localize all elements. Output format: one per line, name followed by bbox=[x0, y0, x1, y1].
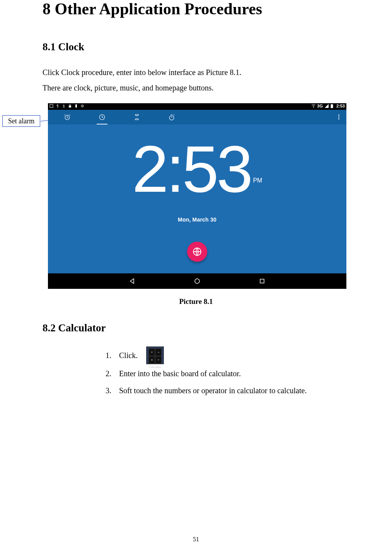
list-item: 2. Enter into the basic board of calcula… bbox=[104, 366, 349, 381]
calc-symbol: − bbox=[155, 348, 162, 356]
clock-date: Mon, March 30 bbox=[48, 217, 346, 223]
nav-bar bbox=[48, 273, 346, 289]
download-icon bbox=[62, 104, 66, 108]
tab-stopwatch[interactable] bbox=[168, 113, 176, 121]
chapter-title: 8 Other Application Procedures bbox=[43, 0, 349, 18]
clock-body-text: Click Clock procedure, enter into below … bbox=[43, 65, 349, 96]
calc-symbol: + bbox=[148, 348, 155, 356]
nav-home-icon[interactable] bbox=[194, 278, 201, 285]
status-bar: 3G 2:53 bbox=[48, 103, 346, 110]
svg-point-14 bbox=[195, 279, 199, 283]
usb-icon bbox=[56, 104, 60, 108]
clock-time-display: 2:53PM bbox=[48, 136, 346, 202]
section-heading-calculator: 8.2 Calculator bbox=[43, 322, 349, 334]
clock-tabs bbox=[48, 110, 346, 125]
svg-marker-6 bbox=[325, 104, 329, 108]
lock-icon bbox=[68, 104, 72, 108]
section-heading-clock: 8.1 Clock bbox=[43, 41, 349, 53]
list-text: Click. bbox=[119, 348, 138, 363]
nav-back-icon[interactable] bbox=[129, 278, 136, 285]
calculator-steps-list: 1. Click. + − × ÷ Calculator 2. Enter in… bbox=[104, 346, 349, 398]
svg-point-4 bbox=[82, 106, 83, 106]
svg-rect-7 bbox=[331, 104, 332, 104]
page-number: 51 bbox=[0, 536, 392, 543]
clock-ampm: PM bbox=[253, 177, 262, 184]
list-number: 3. bbox=[104, 383, 111, 398]
status-time: 2:53 bbox=[336, 104, 345, 108]
calc-symbol: × bbox=[148, 356, 155, 364]
calc-symbol: ÷ bbox=[155, 356, 162, 364]
svg-point-5 bbox=[313, 107, 314, 108]
list-text: Soft touch the numbers or operator in ca… bbox=[119, 383, 307, 398]
list-text: Enter into the basic board of calculator… bbox=[119, 366, 241, 381]
document-page: 8 Other Application Procedures 8.1 Clock… bbox=[0, 0, 392, 556]
nav-recent-icon[interactable] bbox=[259, 278, 266, 285]
battery-status-icon bbox=[74, 104, 78, 108]
wifi-icon bbox=[311, 104, 315, 108]
signal-icon bbox=[325, 104, 329, 108]
svg-marker-13 bbox=[130, 279, 134, 283]
status-right-icons: 3G 2:53 bbox=[311, 104, 345, 108]
tab-alarm[interactable] bbox=[63, 113, 71, 121]
svg-point-11 bbox=[169, 116, 174, 120]
clock-digits: 2:53 bbox=[132, 136, 251, 202]
paragraph: There are clock, picture, music, and hom… bbox=[43, 80, 349, 96]
paragraph: Click Clock procedure, enter into below … bbox=[43, 65, 349, 80]
svg-rect-0 bbox=[50, 104, 53, 107]
screenshot-figure: 3G 2:53 bbox=[48, 103, 346, 289]
list-number: 2. bbox=[104, 366, 111, 381]
world-clock-fab[interactable] bbox=[187, 242, 207, 262]
svg-rect-1 bbox=[69, 106, 71, 107]
callout-label: Set alarm bbox=[8, 117, 34, 125]
list-item: 3. Soft touch the numbers or operator in… bbox=[104, 383, 349, 398]
svg-rect-8 bbox=[331, 104, 333, 108]
debug-icon bbox=[80, 104, 84, 108]
overflow-menu-icon[interactable] bbox=[335, 113, 343, 121]
callout-set-alarm: Set alarm bbox=[2, 115, 40, 127]
clock-screen: 2:53PM Mon, March 30 bbox=[48, 125, 346, 273]
device-frame: 3G 2:53 bbox=[48, 103, 346, 289]
svg-rect-2 bbox=[75, 104, 77, 107]
notification-icon bbox=[49, 104, 53, 108]
list-item: 1. Click. + − × ÷ Calculator bbox=[104, 346, 349, 364]
network-label: 3G bbox=[317, 104, 323, 108]
tab-clock[interactable] bbox=[98, 113, 106, 121]
battery-icon bbox=[331, 104, 334, 108]
list-number: 1. bbox=[104, 348, 111, 363]
svg-rect-15 bbox=[260, 279, 264, 283]
figure-caption: Picture 8.1 bbox=[43, 297, 349, 306]
tab-timer[interactable] bbox=[133, 113, 141, 121]
status-left-icons bbox=[49, 104, 84, 108]
calculator-app-icon: + − × ÷ Calculator bbox=[146, 346, 164, 364]
